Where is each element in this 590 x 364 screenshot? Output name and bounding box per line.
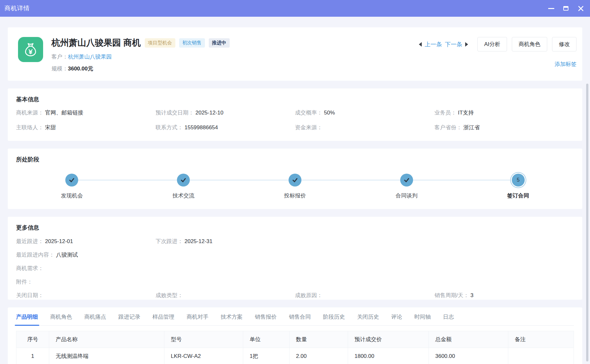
cell-remark xyxy=(508,348,574,364)
tab-pain-points[interactable]: 商机痛点 xyxy=(84,313,106,325)
cell-index: 1 xyxy=(16,348,49,364)
tab-follow-records[interactable]: 跟进记录 xyxy=(118,313,140,325)
close-button[interactable] xyxy=(576,4,585,13)
prev-record-link[interactable]: 上一条 xyxy=(425,41,442,48)
field-value: 浙江省 xyxy=(464,124,480,131)
field-customer-province: 客户省份：浙江省 xyxy=(435,124,574,131)
field-label: 预计成交日期： xyxy=(156,110,194,116)
check-icon xyxy=(292,177,298,183)
page-content: 杭州萧山八骏果园 商机 项目型机会 初次销售 推进中 客户：杭州萧山八骏果园 规… xyxy=(0,17,590,364)
maximize-button[interactable] xyxy=(561,4,571,13)
field-demand: 商机需求： xyxy=(16,265,574,272)
stage-step-discover[interactable]: 发现机会 xyxy=(16,174,128,199)
ai-analysis-button[interactable]: AI分析 xyxy=(477,37,507,51)
stage-step-bidding[interactable]: 投标报价 xyxy=(239,174,351,199)
field-sales-cycle: 销售周期/天：3 xyxy=(435,292,574,299)
badge-opportunity-type: 项目型机会 xyxy=(145,38,175,48)
col-quantity: 数量 xyxy=(290,331,348,348)
tab-stage-history[interactable]: 阶段历史 xyxy=(323,313,345,325)
opportunity-role-button[interactable]: 商机角色 xyxy=(512,37,547,51)
prev-arrow-icon[interactable] xyxy=(419,42,422,47)
col-expected-price: 预计成交价 xyxy=(348,331,429,348)
window-titlebar: 商机详情 xyxy=(0,0,590,17)
tab-tech-solution[interactable]: 技术方案 xyxy=(221,313,243,325)
stage-step-label: 发现机会 xyxy=(61,192,83,199)
next-record-link[interactable]: 下一条 xyxy=(445,41,462,48)
table-row[interactable]: 1 无线测温终端 LKR-CW-A2 1把 2.00 1800.00 3600.… xyxy=(16,348,574,364)
field-fund-source: 资金来源： xyxy=(295,124,435,131)
field-outcome-type: 成败类型： xyxy=(156,292,295,299)
scale-value: 3600.00元 xyxy=(68,66,93,72)
vertical-scrollbar[interactable] xyxy=(586,84,588,361)
check-icon xyxy=(69,177,75,183)
stage-step-label: 签订合同 xyxy=(507,192,529,199)
stage-step-label: 技术交流 xyxy=(172,192,194,199)
stage-step-label: 投标报价 xyxy=(284,192,306,199)
next-arrow-icon[interactable] xyxy=(465,42,468,47)
customer-link[interactable]: 杭州萧山八骏果园 xyxy=(68,54,112,60)
product-table: 序号 产品名称 型号 单位 数量 预计成交价 总金额 备注 1 无线测温终端 L… xyxy=(16,331,574,364)
stage-step-negotiation[interactable]: 合同谈判 xyxy=(351,174,462,199)
stage-title: 所处阶段 xyxy=(16,156,574,163)
money-bag-icon xyxy=(18,37,43,62)
tab-close-history[interactable]: 关闭历史 xyxy=(357,313,379,325)
stage-step-tech-exchange[interactable]: 技术交流 xyxy=(128,174,239,199)
check-icon xyxy=(403,177,410,183)
edit-button[interactable]: 修改 xyxy=(552,37,576,51)
contact-link[interactable]: 宋甜 xyxy=(45,124,56,131)
window-title: 商机详情 xyxy=(5,4,30,13)
field-value: 2025-12-31 xyxy=(185,238,213,244)
tab-product-detail[interactable]: 产品明细 xyxy=(16,313,38,325)
stage-dot-current: 5 xyxy=(512,174,525,187)
customer-label: 客户： xyxy=(51,54,68,60)
col-total-amount: 总金额 xyxy=(429,331,508,348)
stage-dot xyxy=(65,174,78,187)
field-win-probability: 成交概率：50% xyxy=(295,109,435,116)
minimize-button[interactable] xyxy=(546,4,556,13)
field-label: 成败原因： xyxy=(295,292,322,298)
field-label: 下次跟进： xyxy=(156,238,183,244)
window-controls xyxy=(546,4,585,13)
tab-sales-contract[interactable]: 销售合同 xyxy=(289,313,311,325)
field-expected-close-date: 预计成交日期：2025-12-10 xyxy=(156,109,295,116)
stage-step-label: 合同谈判 xyxy=(396,192,418,199)
tab-sales-quote[interactable]: 销售报价 xyxy=(255,313,277,325)
more-info-title: 更多信息 xyxy=(16,224,574,232)
cell-total-amount: 3600.00 xyxy=(429,348,508,364)
stage-step-sign-contract[interactable]: 5 签订合同 xyxy=(462,174,574,199)
basic-info-title: 基本信息 xyxy=(16,96,574,103)
field-value: 50% xyxy=(324,110,335,116)
detail-tabs-card: 产品明细 商机角色 商机痛点 跟进记录 样品管理 商机对手 技术方案 销售报价 … xyxy=(8,307,582,364)
add-tag-link[interactable]: 添加标签 xyxy=(555,60,576,68)
tab-sample-management[interactable]: 样品管理 xyxy=(152,313,174,325)
tab-opportunity-role[interactable]: 商机角色 xyxy=(50,313,72,325)
tab-logs[interactable]: 日志 xyxy=(443,313,454,325)
field-value: 官网、邮箱链接 xyxy=(45,110,83,116)
tab-competitors[interactable]: 商机对手 xyxy=(187,313,208,325)
col-product-name: 产品名称 xyxy=(49,331,164,348)
close-icon xyxy=(578,5,584,12)
tab-comments[interactable]: 评论 xyxy=(391,313,402,325)
field-next-follow: 下次跟进：2025-12-31 xyxy=(156,238,295,245)
tab-timeline[interactable]: 时间轴 xyxy=(414,313,431,325)
opportunity-header-card: 杭州萧山八骏果园 商机 项目型机会 初次销售 推进中 客户：杭州萧山八骏果园 规… xyxy=(8,27,582,81)
field-label: 主联络人： xyxy=(16,124,43,131)
field-label: 资金来源： xyxy=(295,124,322,131)
basic-info-grid: 商机来源：官网、邮箱链接 预计成交日期：2025-12-10 成交概率：50% … xyxy=(16,109,574,131)
field-value: 2025-12-01 xyxy=(45,238,73,244)
field-outcome-reason: 成败原因： xyxy=(295,292,435,299)
header-main: 杭州萧山八骏果园 商机 项目型机会 初次销售 推进中 客户：杭州萧山八骏果园 规… xyxy=(51,37,230,72)
cell-quantity: 2.00 xyxy=(290,348,348,364)
col-unit: 单位 xyxy=(243,331,290,348)
field-label: 商机来源： xyxy=(16,110,43,116)
field-value: 八骏测试 xyxy=(56,252,78,258)
header-left: 杭州萧山八骏果园 商机 项目型机会 初次销售 推进中 客户：杭州萧山八骏果园 规… xyxy=(18,37,230,72)
stage-dot xyxy=(177,174,190,187)
field-source: 商机来源：官网、邮箱链接 xyxy=(16,109,156,116)
opportunity-title: 杭州萧山八骏果园 商机 xyxy=(51,37,141,49)
field-attachment: 附件： xyxy=(16,278,574,286)
stage-stepper: 发现机会 技术交流 投标报价 xyxy=(16,174,574,199)
field-label: 关闭日期： xyxy=(16,292,43,298)
field-label: 成败类型： xyxy=(156,292,183,298)
minimize-icon xyxy=(548,8,554,9)
